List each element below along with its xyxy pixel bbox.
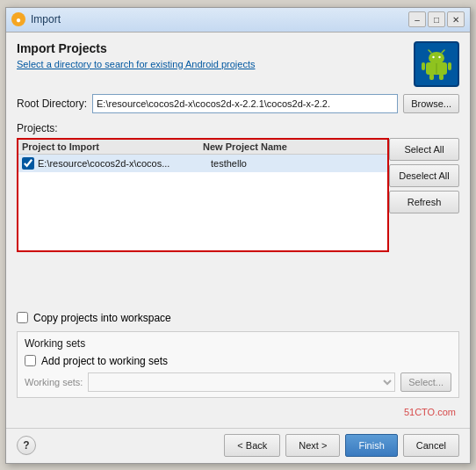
working-sets-select[interactable] xyxy=(88,372,395,392)
copy-projects-row: Copy projects into workspace xyxy=(17,312,459,324)
col-name-header: New Project Name xyxy=(203,141,384,152)
watermark-text: 51CTO.com xyxy=(404,407,456,417)
header-left: Import Projects Select a directory to se… xyxy=(17,41,414,69)
footer: ? < Back Next > Finish Cancel xyxy=(6,428,470,463)
row-project-0: E:\resource\cocos2d-x\cocos... xyxy=(38,158,211,169)
help-button[interactable]: ? xyxy=(17,436,36,455)
row-checkbox-0[interactable] xyxy=(22,157,34,170)
copy-projects-label: Copy projects into workspace xyxy=(33,312,171,324)
svg-point-3 xyxy=(438,55,440,57)
row-name-0: testhello xyxy=(211,158,384,169)
projects-label: Projects: xyxy=(17,120,459,136)
svg-rect-8 xyxy=(429,74,434,80)
cancel-button[interactable]: Cancel xyxy=(403,434,459,457)
root-directory-row: Root Directory: Browse... xyxy=(17,94,459,113)
table-row: E:\resource\cocos2d-x\cocos... testhello xyxy=(18,155,387,172)
android-logo xyxy=(414,41,459,87)
page-subtitle: Select a directory to search for existin… xyxy=(17,59,414,69)
minimize-button[interactable]: – xyxy=(408,11,426,27)
next-button[interactable]: Next > xyxy=(285,434,340,457)
android-svg xyxy=(419,47,454,82)
select-all-button[interactable]: Select All xyxy=(389,138,459,161)
working-sets-section: Working sets Add project to working sets… xyxy=(17,331,459,398)
col-project-header: Project to Import xyxy=(22,141,203,152)
working-sets-input-row: Working sets: Select... xyxy=(25,372,451,392)
projects-wrapper: Projects: Project to Import New Project … xyxy=(17,120,459,305)
window-icon: ● xyxy=(11,12,25,26)
window-title: Import xyxy=(31,13,61,25)
watermark: 51CTO.com xyxy=(17,405,459,419)
title-bar-controls: – □ ✕ xyxy=(408,11,465,27)
svg-point-1 xyxy=(429,52,444,64)
table-header: Project to Import New Project Name xyxy=(18,140,387,155)
table-empty-row-2 xyxy=(18,190,387,207)
close-button[interactable]: ✕ xyxy=(447,11,465,27)
main-window: ● Import – □ ✕ Import Projects Select a … xyxy=(5,7,471,464)
svg-rect-9 xyxy=(439,74,444,80)
maximize-button[interactable]: □ xyxy=(428,11,445,27)
title-bar: ● Import – □ ✕ xyxy=(6,8,470,33)
working-sets-title: Working sets xyxy=(25,337,451,350)
refresh-button[interactable]: Refresh xyxy=(389,191,459,213)
add-project-checkbox[interactable] xyxy=(25,355,36,366)
projects-table: Project to Import New Project Name E:\re… xyxy=(17,138,389,252)
deselect-all-button[interactable]: Deselect All xyxy=(389,164,459,187)
header-area: Import Projects Select a directory to se… xyxy=(17,41,459,87)
title-bar-left: ● Import xyxy=(11,12,61,26)
copy-projects-checkbox[interactable] xyxy=(17,312,28,323)
projects-actions: Select All Deselect All Refresh xyxy=(389,138,459,252)
table-empty-row-4 xyxy=(18,225,387,242)
svg-rect-7 xyxy=(448,62,451,70)
back-button[interactable]: < Back xyxy=(224,434,280,457)
projects-section: Project to Import New Project Name E:\re… xyxy=(17,138,459,252)
footer-left: ? xyxy=(17,436,36,455)
table-empty-row-1 xyxy=(18,172,387,190)
page-title: Import Projects xyxy=(17,41,414,55)
working-sets-select-button[interactable]: Select... xyxy=(400,372,451,392)
add-project-label: Add project to working sets xyxy=(41,355,168,367)
finish-button[interactable]: Finish xyxy=(345,434,397,457)
content-area: Import Projects Select a directory to se… xyxy=(6,33,470,428)
working-sets-checkbox-row: Add project to working sets xyxy=(25,355,451,367)
svg-point-2 xyxy=(432,55,434,57)
svg-rect-6 xyxy=(422,62,425,70)
root-directory-label: Root Directory: xyxy=(17,98,87,110)
svg-line-5 xyxy=(442,50,444,53)
browse-button[interactable]: Browse... xyxy=(403,94,459,113)
footer-right: < Back Next > Finish Cancel xyxy=(224,434,459,457)
svg-line-4 xyxy=(429,50,431,53)
working-sets-input-label: Working sets: xyxy=(25,377,83,387)
root-directory-input[interactable] xyxy=(92,94,398,113)
table-empty-row-3 xyxy=(18,207,387,225)
